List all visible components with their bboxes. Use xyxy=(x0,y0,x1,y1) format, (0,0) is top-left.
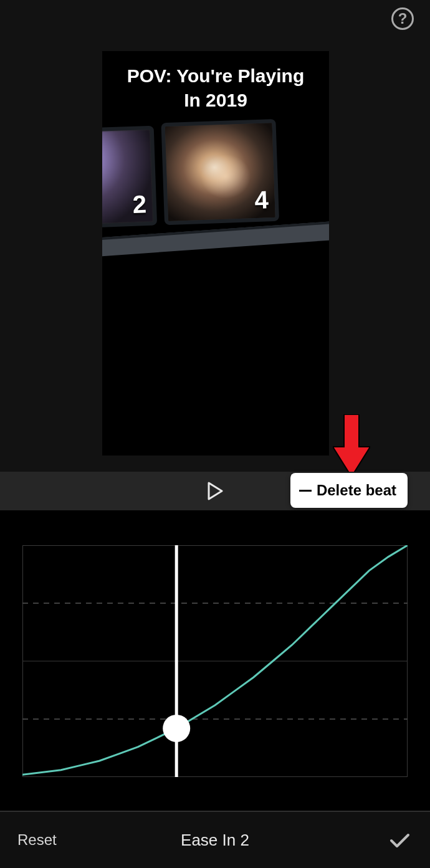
preview-thumbnails: 2 4 xyxy=(102,119,329,252)
thumbnail-card: 4 xyxy=(161,119,279,225)
video-preview[interactable]: POV: You're Playing In 2019 2 4 xyxy=(102,51,329,455)
play-button[interactable] xyxy=(203,479,227,503)
reset-button[interactable]: Reset xyxy=(17,831,57,849)
reset-label: Reset xyxy=(17,831,57,848)
play-bar: Delete beat xyxy=(0,472,430,510)
delete-beat-label: Delete beat xyxy=(317,482,396,499)
help-button[interactable]: ? xyxy=(389,5,416,32)
check-icon xyxy=(388,828,411,852)
delete-beat-button[interactable]: Delete beat xyxy=(290,473,408,508)
easing-mode-label: Ease In 2 xyxy=(181,831,249,850)
easing-curve-panel xyxy=(0,510,430,811)
minus-icon xyxy=(299,490,312,492)
thumbnail-number: 4 xyxy=(254,186,269,214)
preview-caption: POV: You're Playing In 2019 xyxy=(102,64,329,112)
bottom-bar: Reset Ease In 2 xyxy=(0,812,430,868)
thumbnail-number: 2 xyxy=(132,190,147,219)
svg-point-5 xyxy=(163,715,190,742)
thumbnail-card: 2 xyxy=(102,126,157,229)
help-icon: ? xyxy=(391,7,414,30)
easing-curve-graph[interactable] xyxy=(22,545,408,777)
play-icon xyxy=(207,482,223,500)
help-glyph: ? xyxy=(398,10,408,27)
confirm-button[interactable] xyxy=(386,827,413,853)
annotation-arrow-icon xyxy=(333,414,370,477)
